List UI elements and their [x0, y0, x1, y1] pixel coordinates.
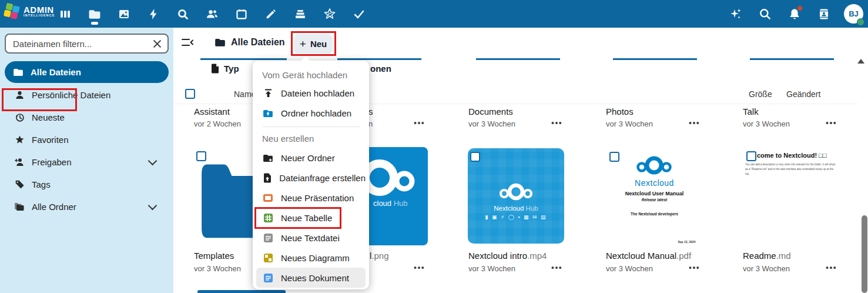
clear-filter-icon[interactable] [153, 39, 162, 48]
file-actions-button[interactable] [826, 120, 837, 126]
sidebar-item-alle-dateien[interactable]: Alle Dateien [5, 61, 169, 83]
dashboard-app-button[interactable] [51, 0, 80, 28]
scroll-up-arrow[interactable] [857, 59, 864, 64]
tile-sliver [197, 290, 286, 293]
logo[interactable]: ADMIN INTELLIGENCE [5, 4, 55, 19]
calendar-app-button[interactable] [227, 0, 256, 28]
text-file-icon [262, 234, 274, 242]
menu-item-label: Neuer Ordner [281, 153, 335, 163]
menu-item-ordner-hochladen[interactable]: Ordner hochladen [256, 103, 366, 123]
menu-item-neuer-ordner[interactable]: Neuer Ordner [256, 148, 366, 168]
menu-item-neues-diagramm[interactable]: Neues Diagramm [256, 248, 366, 268]
filename-filter-box [5, 34, 169, 54]
file-actions-button[interactable] [689, 120, 700, 126]
menu-item-dateianfrage-erstellen[interactable]: Dateianfrage erstellen [256, 168, 366, 188]
menu-item-dateien-hochladen[interactable]: Dateien hochladen [256, 83, 366, 103]
contacts-app-button[interactable] [197, 0, 227, 28]
file-checkbox[interactable] [470, 152, 480, 162]
markdown-tile-readme[interactable]: come to Nextcloud! □□ You can add a desc… [743, 148, 840, 242]
logo-icon [4, 2, 22, 21]
file-name[interactable]: Talk [743, 106, 759, 116]
sidebar-item-label: Favoriten [32, 135, 69, 145]
file-actions-button[interactable] [689, 265, 700, 271]
new-button[interactable]: + Neu [294, 34, 333, 54]
column-header-size[interactable]: Größe [749, 89, 772, 99]
file-type-icon [211, 64, 219, 74]
file-name[interactable]: Nextcloud Manual.pdf [606, 251, 691, 261]
file-name[interactable]: Documents [468, 106, 513, 116]
file-name-fragment[interactable]: l.png [370, 251, 389, 261]
contacts-menu-button[interactable] [815, 5, 833, 24]
menu-item-label: Neues Diagramm [281, 253, 350, 263]
file-name[interactable]: Assistant [194, 106, 230, 116]
notes-app-button[interactable] [256, 0, 286, 28]
column-header-modified[interactable]: Geändert [786, 89, 820, 99]
menu-divider [262, 126, 360, 127]
filter-chip-typ[interactable]: Typ [211, 64, 239, 74]
unified-search-button[interactable] [756, 5, 775, 24]
file-modified: vor 3 Wochen [606, 119, 653, 128]
pdf-title: Nextcloud User Manual [606, 191, 703, 197]
menu-item-label: Dateien hochladen [281, 88, 354, 98]
file-actions-button[interactable] [414, 265, 425, 271]
scrollbar-thumb[interactable] [862, 215, 867, 293]
file-name[interactable]: Photos [606, 106, 634, 116]
sidebar-item-tags[interactable]: Tags [5, 173, 169, 195]
sidebar-item-alle-ordner[interactable]: Alle Ordner [5, 195, 169, 218]
breadcrumb[interactable]: Alle Dateien [215, 37, 285, 48]
file-name[interactable]: Templates [194, 251, 234, 261]
video-tile-mp4[interactable]: Nextcloud Hub ▮ ▣ ⚡ ◯ ▪ ▦ ✉ ▤ [468, 148, 564, 244]
sidebar-item-favoriten[interactable]: Favoriten [5, 128, 169, 151]
upload-icon [262, 88, 274, 98]
menu-item-neue-textdatei[interactable]: Neue Textdatei [256, 228, 366, 248]
file-checkbox[interactable] [609, 152, 619, 162]
checkmark-icon [353, 8, 366, 20]
tag-icon [14, 179, 25, 189]
select-all-checkbox[interactable] [185, 89, 195, 99]
chevron-down-icon[interactable] [148, 201, 157, 210]
file-actions-button[interactable] [826, 265, 837, 271]
tile-sliver [476, 58, 560, 60]
search-app-button[interactable] [168, 0, 197, 28]
file-actions-button[interactable] [551, 120, 562, 126]
chevron-down-icon[interactable] [148, 156, 157, 165]
file-name-fragment[interactable]: s [368, 106, 373, 116]
file-name[interactable]: Nextcloud intro.mp4 [468, 251, 547, 261]
menu-item-neue-praesentation[interactable]: Neue Präsentation [256, 188, 366, 208]
sidebar-item-label: Neueste [32, 112, 65, 122]
sidebar-item-freigaben[interactable]: Freigaben [5, 151, 169, 173]
document-tile-pdf[interactable]: Nextcloud Nextcloud User Manual Release … [606, 147, 703, 245]
sidebar-item-label: Freigaben [32, 157, 72, 167]
sidebar-item-persoenliche-dateien[interactable]: Persönliche Dateien [5, 84, 169, 106]
menu-item-neues-dokument[interactable]: Neues Dokument [256, 268, 366, 288]
deck-app-button[interactable] [286, 0, 315, 28]
tasks-app-button[interactable] [344, 0, 374, 28]
sidebar-item-neueste[interactable]: Neueste [5, 106, 169, 128]
assistant-button[interactable] [726, 5, 745, 24]
files-app-button[interactable] [80, 0, 109, 28]
presentation-icon [262, 194, 274, 202]
photos-app-button[interactable] [109, 0, 139, 28]
file-name[interactable]: Readme.md [743, 251, 791, 261]
menu-item-label: Ordner hochladen [281, 108, 351, 118]
file-actions-button[interactable] [414, 120, 425, 126]
top-bar: ADMIN INTELLIGENCE [0, 0, 868, 28]
collectives-app-button[interactable]: C [315, 0, 344, 28]
history-clock-icon [14, 112, 25, 122]
new-button-label: Neu [310, 39, 327, 49]
sidebar-item-label: Tags [32, 179, 51, 189]
menu-item-label: Dateianfrage erstellen [279, 173, 366, 183]
filename-filter-input[interactable] [12, 38, 153, 49]
filter-chip-partial[interactable]: onen [370, 64, 391, 74]
activity-app-button[interactable] [139, 0, 168, 28]
menu-item-neue-tabelle[interactable]: Neue Tabelle [256, 208, 366, 228]
share-person-icon [14, 157, 25, 167]
file-checkbox[interactable] [746, 151, 756, 161]
avatar[interactable]: BJ [844, 4, 863, 24]
tile-sliver [200, 58, 287, 60]
magnifier-app-icon [177, 8, 189, 20]
notifications-button[interactable] [785, 5, 804, 24]
file-checkbox[interactable] [196, 151, 206, 161]
collapse-sidebar-button[interactable] [181, 36, 194, 51]
file-actions-button[interactable] [551, 265, 562, 271]
